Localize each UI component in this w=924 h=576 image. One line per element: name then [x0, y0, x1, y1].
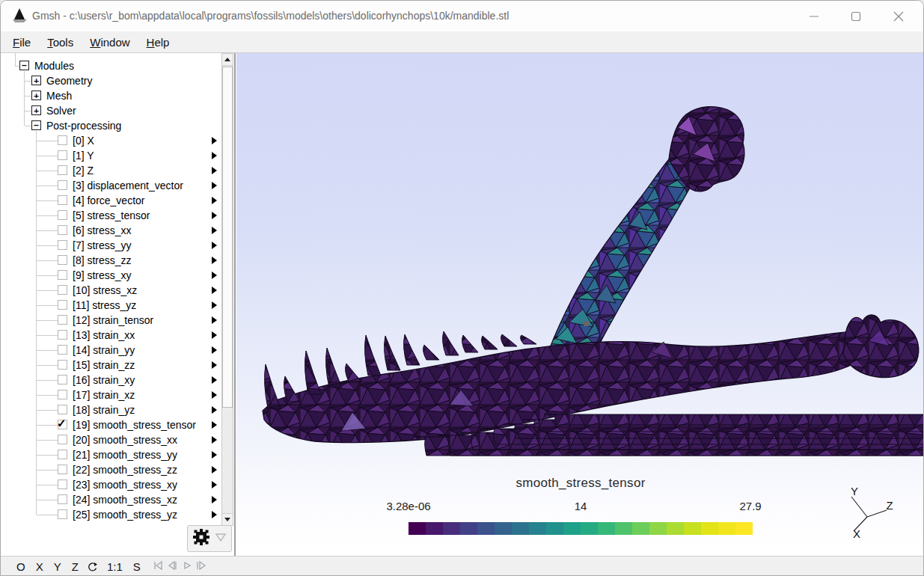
- field-row[interactable]: [22] smooth_stress_zz: [1, 462, 220, 477]
- scrollbar-thumb[interactable]: [222, 67, 233, 408]
- field-row[interactable]: [7] stress_yy: [1, 238, 220, 253]
- field-label[interactable]: [7] stress_yy: [73, 238, 132, 253]
- field-row[interactable]: [14] strain_yy: [1, 343, 220, 358]
- field-submenu-arrow-icon[interactable]: [212, 152, 217, 159]
- field-checkbox[interactable]: [58, 494, 67, 504]
- field-checkbox[interactable]: [58, 345, 67, 355]
- field-label[interactable]: [6] stress_xx: [73, 223, 132, 238]
- field-row[interactable]: [23] smooth_stress_xy: [1, 477, 220, 492]
- field-checkbox[interactable]: [58, 240, 67, 250]
- field-checkbox[interactable]: [58, 360, 67, 370]
- step-back-button[interactable]: [167, 560, 179, 574]
- field-submenu-arrow-icon[interactable]: [212, 272, 217, 279]
- field-submenu-arrow-icon[interactable]: [212, 511, 217, 518]
- play-button[interactable]: [182, 560, 192, 574]
- field-submenu-arrow-icon[interactable]: [212, 436, 217, 444]
- field-checkbox[interactable]: [58, 195, 67, 205]
- field-label[interactable]: [10] stress_xz: [73, 283, 137, 298]
- tree-item-label[interactable]: Solver: [46, 103, 76, 118]
- field-submenu-arrow-icon[interactable]: [212, 331, 217, 339]
- field-label[interactable]: [17] strain_xz: [73, 387, 135, 402]
- field-row[interactable]: [11] stress_yz: [1, 298, 220, 313]
- field-submenu-arrow-icon[interactable]: [212, 346, 217, 354]
- view-y-button[interactable]: Y: [49, 560, 67, 573]
- field-submenu-arrow-icon[interactable]: [212, 242, 217, 249]
- field-row[interactable]: [21] smooth_stress_yy: [1, 447, 220, 462]
- field-checkbox[interactable]: [58, 509, 67, 519]
- field-row[interactable]: [6] stress_xx: [1, 223, 220, 238]
- tree-scrollbar[interactable]: [221, 53, 233, 526]
- field-row[interactable]: [2] Z: [1, 163, 220, 178]
- view-z-button[interactable]: Z: [67, 560, 84, 573]
- graphics-viewport[interactable]: smooth_stress_tensor 3.28e-06 14 27.9 Y …: [236, 53, 924, 556]
- field-row[interactable]: [13] strain_xx: [1, 328, 220, 343]
- field-checkbox[interactable]: [58, 450, 67, 459]
- expand-icon[interactable]: +: [31, 105, 41, 115]
- field-label[interactable]: [19] smooth_stress_tensor: [73, 417, 196, 432]
- field-submenu-arrow-icon[interactable]: [212, 466, 217, 474]
- field-label[interactable]: [12] strain_tensor: [73, 313, 153, 328]
- field-label[interactable]: [0] X: [73, 133, 94, 148]
- scroll-up-button[interactable]: [222, 54, 233, 66]
- field-submenu-arrow-icon[interactable]: [212, 496, 217, 503]
- field-label[interactable]: [24] smooth_stress_xz: [73, 492, 177, 507]
- field-row[interactable]: [9] stress_xy: [1, 268, 220, 283]
- menu-file[interactable]: File: [7, 34, 41, 51]
- field-checkbox[interactable]: [58, 465, 67, 474]
- tree-item-post-processing[interactable]: −Post-processing: [1, 118, 220, 133]
- field-row[interactable]: [5] stress_tensor: [1, 208, 220, 223]
- field-row[interactable]: [12] strain_tensor: [1, 313, 220, 328]
- field-row[interactable]: [1] Y: [1, 148, 220, 163]
- field-submenu-arrow-icon[interactable]: [212, 301, 217, 309]
- field-row[interactable]: [10] stress_xz: [1, 283, 220, 298]
- field-submenu-arrow-icon[interactable]: [212, 316, 217, 324]
- field-checkbox[interactable]: [58, 390, 67, 399]
- field-row[interactable]: [4] force_vector: [1, 193, 220, 208]
- field-label[interactable]: [16] strain_xy: [73, 373, 135, 387]
- tree-item-geometry[interactable]: +Geometry: [1, 73, 220, 88]
- field-checkbox[interactable]: [58, 330, 67, 340]
- title-bar[interactable]: Gmsh - c:\users\r_bom\appdata\local\prog…: [1, 1, 923, 31]
- field-checkbox[interactable]: [58, 435, 67, 444]
- field-submenu-arrow-icon[interactable]: [212, 451, 217, 459]
- field-checkbox[interactable]: [58, 300, 67, 310]
- step-forward-button[interactable]: [195, 560, 207, 574]
- field-checkbox[interactable]: [58, 405, 67, 414]
- field-label[interactable]: [2] Z: [73, 163, 94, 178]
- field-row[interactable]: [3] displacement_vector: [1, 178, 220, 193]
- field-label[interactable]: [5] stress_tensor: [73, 208, 150, 223]
- view-x-button[interactable]: X: [31, 560, 49, 573]
- select-mode-button[interactable]: S: [128, 560, 146, 573]
- field-row[interactable]: [16] strain_xy: [1, 373, 220, 387]
- field-checkbox[interactable]: [58, 270, 67, 280]
- field-submenu-arrow-icon[interactable]: [212, 167, 217, 174]
- menu-window[interactable]: Window: [84, 34, 140, 51]
- scroll-down-button[interactable]: [222, 513, 233, 525]
- field-checkbox[interactable]: [58, 135, 67, 145]
- field-label[interactable]: [9] stress_xy: [73, 268, 132, 283]
- maximize-button[interactable]: [841, 7, 871, 26]
- field-label[interactable]: [21] smooth_stress_yy: [73, 447, 177, 462]
- tree-item-mesh[interactable]: +Mesh: [1, 88, 220, 103]
- field-row[interactable]: [20] smooth_stress_xx: [1, 432, 220, 447]
- field-submenu-arrow-icon[interactable]: [212, 391, 217, 399]
- zoom-1-1-button[interactable]: 1:1: [102, 560, 128, 573]
- field-label[interactable]: [15] strain_zz: [73, 358, 135, 373]
- field-checkbox[interactable]: [58, 225, 67, 235]
- tree-item-label[interactable]: Geometry: [46, 73, 92, 88]
- field-checkbox[interactable]: [58, 315, 67, 325]
- field-submenu-arrow-icon[interactable]: [212, 361, 217, 369]
- field-checkbox[interactable]: [58, 210, 67, 220]
- expand-icon[interactable]: +: [31, 76, 41, 85]
- tree-item-solver[interactable]: +Solver: [1, 103, 220, 118]
- tree-item-label[interactable]: Modules: [34, 58, 74, 73]
- post-processing-options-button[interactable]: [187, 525, 232, 552]
- field-checkbox[interactable]: [58, 255, 67, 265]
- field-label[interactable]: [11] stress_yz: [73, 298, 136, 313]
- field-label[interactable]: [4] force_vector: [73, 193, 145, 208]
- field-label[interactable]: [23] smooth_stress_xy: [73, 477, 177, 492]
- tree-item-modules[interactable]: −Modules: [1, 58, 220, 73]
- field-submenu-arrow-icon[interactable]: [212, 182, 217, 189]
- field-row[interactable]: [25] smooth_stress_yz: [1, 507, 220, 522]
- field-submenu-arrow-icon[interactable]: [212, 212, 217, 219]
